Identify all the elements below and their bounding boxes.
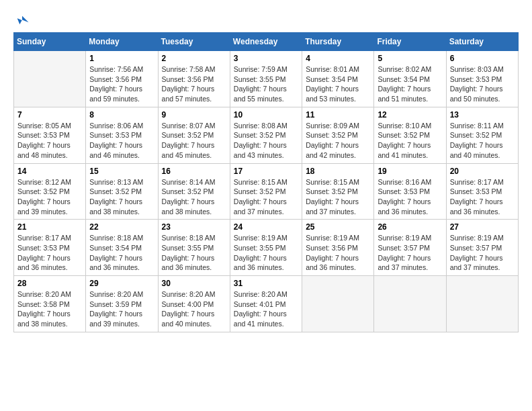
calendar-cell: 3Sunrise: 7:59 AM Sunset: 3:55 PM Daylig… [230, 51, 302, 107]
calendar-cell: 11Sunrise: 8:09 AM Sunset: 3:52 PM Dayli… [302, 107, 374, 163]
day-number: 18 [306, 167, 370, 176]
day-info: Sunrise: 8:01 AM Sunset: 3:54 PM Dayligh… [306, 64, 370, 104]
day-info: Sunrise: 8:02 AM Sunset: 3:54 PM Dayligh… [378, 64, 442, 104]
day-number: 16 [162, 167, 226, 176]
day-info: Sunrise: 7:56 AM Sunset: 3:56 PM Dayligh… [89, 64, 154, 104]
day-info: Sunrise: 8:17 AM Sunset: 3:53 PM Dayligh… [450, 177, 515, 217]
calendar-week-row: 7Sunrise: 8:05 AM Sunset: 3:53 PM Daylig… [14, 107, 519, 163]
calendar-cell [374, 276, 446, 332]
calendar-week-row: 28Sunrise: 8:20 AM Sunset: 3:58 PM Dayli… [14, 276, 519, 332]
calendar-cell: 25Sunrise: 8:19 AM Sunset: 3:56 PM Dayli… [302, 220, 374, 276]
calendar-week-row: 14Sunrise: 8:12 AM Sunset: 3:52 PM Dayli… [14, 163, 519, 220]
day-info: Sunrise: 8:20 AM Sunset: 3:58 PM Dayligh… [17, 289, 82, 329]
calendar-cell: 5Sunrise: 8:02 AM Sunset: 3:54 PM Daylig… [374, 51, 446, 107]
weekday-header-tuesday: Tuesday [158, 33, 230, 51]
day-info: Sunrise: 8:20 AM Sunset: 4:01 PM Dayligh… [234, 289, 298, 329]
calendar-cell: 9Sunrise: 8:07 AM Sunset: 3:52 PM Daylig… [158, 107, 230, 163]
day-info: Sunrise: 8:14 AM Sunset: 3:52 PM Dayligh… [162, 177, 226, 217]
calendar-cell: 18Sunrise: 8:15 AM Sunset: 3:52 PM Dayli… [302, 163, 374, 220]
calendar-header-row: SundayMondayTuesdayWednesdayThursdayFrid… [14, 33, 519, 51]
calendar-cell: 21Sunrise: 8:17 AM Sunset: 3:53 PM Dayli… [14, 220, 86, 276]
calendar-cell [14, 51, 86, 107]
weekday-header-sunday: Sunday [14, 33, 86, 51]
calendar-cell [446, 276, 518, 332]
day-number: 15 [89, 167, 154, 176]
calendar-cell: 1Sunrise: 7:56 AM Sunset: 3:56 PM Daylig… [86, 51, 158, 107]
calendar-cell: 10Sunrise: 8:08 AM Sunset: 3:52 PM Dayli… [230, 107, 302, 163]
day-info: Sunrise: 7:59 AM Sunset: 3:55 PM Dayligh… [234, 64, 298, 104]
calendar-cell [302, 276, 374, 332]
day-number: 3 [234, 54, 298, 63]
day-info: Sunrise: 8:19 AM Sunset: 3:57 PM Dayligh… [450, 233, 515, 273]
logo-bird-icon [15, 13, 30, 28]
day-number: 24 [234, 222, 298, 232]
calendar-cell: 22Sunrise: 8:18 AM Sunset: 3:54 PM Dayli… [86, 220, 158, 276]
day-info: Sunrise: 8:18 AM Sunset: 3:54 PM Dayligh… [89, 233, 154, 273]
day-number: 31 [234, 279, 298, 288]
calendar-cell: 13Sunrise: 8:11 AM Sunset: 3:52 PM Dayli… [446, 107, 518, 163]
day-number: 22 [89, 222, 154, 232]
calendar-cell: 30Sunrise: 8:20 AM Sunset: 4:00 PM Dayli… [158, 276, 230, 332]
day-info: Sunrise: 8:20 AM Sunset: 3:59 PM Dayligh… [89, 289, 154, 329]
day-info: Sunrise: 8:20 AM Sunset: 4:00 PM Dayligh… [162, 289, 226, 329]
weekday-header-wednesday: Wednesday [230, 33, 302, 51]
calendar-week-row: 21Sunrise: 8:17 AM Sunset: 3:53 PM Dayli… [14, 220, 519, 276]
day-number: 2 [162, 54, 226, 63]
day-info: Sunrise: 8:16 AM Sunset: 3:53 PM Dayligh… [378, 177, 442, 217]
day-info: Sunrise: 8:15 AM Sunset: 3:52 PM Dayligh… [234, 177, 298, 217]
day-info: Sunrise: 8:19 AM Sunset: 3:55 PM Dayligh… [234, 233, 298, 273]
calendar-cell: 20Sunrise: 8:17 AM Sunset: 3:53 PM Dayli… [446, 163, 518, 220]
calendar-cell: 26Sunrise: 8:19 AM Sunset: 3:57 PM Dayli… [374, 220, 446, 276]
weekday-header-thursday: Thursday [302, 33, 374, 51]
day-number: 6 [450, 54, 515, 63]
day-number: 4 [306, 54, 370, 63]
page-header [13, 13, 519, 26]
calendar-cell: 2Sunrise: 7:58 AM Sunset: 3:56 PM Daylig… [158, 51, 230, 107]
svg-marker-0 [17, 16, 29, 24]
calendar-cell: 6Sunrise: 8:03 AM Sunset: 3:53 PM Daylig… [446, 51, 518, 107]
calendar-week-row: 1Sunrise: 7:56 AM Sunset: 3:56 PM Daylig… [14, 51, 519, 107]
weekday-header-friday: Friday [374, 33, 446, 51]
day-info: Sunrise: 8:19 AM Sunset: 3:56 PM Dayligh… [306, 233, 370, 273]
day-info: Sunrise: 8:12 AM Sunset: 3:52 PM Dayligh… [17, 177, 82, 217]
day-info: Sunrise: 8:19 AM Sunset: 3:57 PM Dayligh… [378, 233, 442, 273]
day-number: 29 [89, 279, 154, 288]
calendar-cell: 19Sunrise: 8:16 AM Sunset: 3:53 PM Dayli… [374, 163, 446, 220]
calendar-cell: 7Sunrise: 8:05 AM Sunset: 3:53 PM Daylig… [14, 107, 86, 163]
day-number: 21 [17, 222, 82, 232]
calendar-cell: 23Sunrise: 8:18 AM Sunset: 3:55 PM Dayli… [158, 220, 230, 276]
day-info: Sunrise: 8:13 AM Sunset: 3:52 PM Dayligh… [89, 177, 154, 217]
day-number: 10 [234, 110, 298, 120]
day-number: 1 [89, 54, 154, 63]
day-number: 23 [162, 222, 226, 232]
day-number: 28 [17, 279, 82, 288]
calendar-cell: 28Sunrise: 8:20 AM Sunset: 3:58 PM Dayli… [14, 276, 86, 332]
calendar-cell: 15Sunrise: 8:13 AM Sunset: 3:52 PM Dayli… [86, 163, 158, 220]
calendar-cell: 4Sunrise: 8:01 AM Sunset: 3:54 PM Daylig… [302, 51, 374, 107]
day-number: 26 [378, 222, 442, 232]
calendar-cell: 17Sunrise: 8:15 AM Sunset: 3:52 PM Dayli… [230, 163, 302, 220]
calendar-cell: 8Sunrise: 8:06 AM Sunset: 3:53 PM Daylig… [86, 107, 158, 163]
weekday-header-monday: Monday [86, 33, 158, 51]
day-number: 13 [450, 110, 515, 120]
day-number: 30 [162, 279, 226, 288]
calendar-cell: 12Sunrise: 8:10 AM Sunset: 3:52 PM Dayli… [374, 107, 446, 163]
day-number: 8 [89, 110, 154, 120]
calendar-cell: 27Sunrise: 8:19 AM Sunset: 3:57 PM Dayli… [446, 220, 518, 276]
weekday-header-saturday: Saturday [446, 33, 518, 51]
day-number: 7 [17, 110, 82, 120]
day-info: Sunrise: 8:08 AM Sunset: 3:52 PM Dayligh… [234, 121, 298, 161]
day-number: 27 [450, 222, 515, 232]
day-info: Sunrise: 8:18 AM Sunset: 3:55 PM Dayligh… [162, 233, 226, 273]
calendar-cell: 29Sunrise: 8:20 AM Sunset: 3:59 PM Dayli… [86, 276, 158, 332]
day-info: Sunrise: 8:06 AM Sunset: 3:53 PM Dayligh… [89, 121, 154, 161]
day-info: Sunrise: 8:05 AM Sunset: 3:53 PM Dayligh… [17, 121, 82, 161]
day-info: Sunrise: 8:03 AM Sunset: 3:53 PM Dayligh… [450, 64, 515, 104]
calendar-cell: 14Sunrise: 8:12 AM Sunset: 3:52 PM Dayli… [14, 163, 86, 220]
day-number: 5 [378, 54, 442, 63]
logo [13, 13, 30, 26]
calendar-cell: 31Sunrise: 8:20 AM Sunset: 4:01 PM Dayli… [230, 276, 302, 332]
day-info: Sunrise: 8:11 AM Sunset: 3:52 PM Dayligh… [450, 121, 515, 161]
day-info: Sunrise: 7:58 AM Sunset: 3:56 PM Dayligh… [162, 64, 226, 104]
day-info: Sunrise: 8:07 AM Sunset: 3:52 PM Dayligh… [162, 121, 226, 161]
